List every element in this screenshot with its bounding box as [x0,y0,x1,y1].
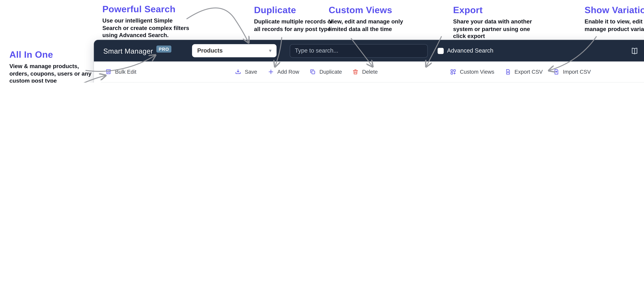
annotation-desc: View & manage products, orders, coupons,… [10,63,93,82]
annotation-duplicate: Duplicate Duplicate multiple records or … [254,5,334,33]
column-header-manage-stock[interactable]: Manage Stock [341,82,376,82]
trash-icon [352,68,359,75]
delete-button[interactable]: Delete [352,68,378,75]
app-header: Smart Manager PRO Products ▼ Type to sea… [94,40,644,62]
pro-badge: PRO [156,45,172,52]
annotation-custom-views: Custom Views View, edit and manage only … [329,5,411,33]
save-button[interactable]: Save [235,68,257,75]
column-header-category[interactable]: Category [458,82,505,82]
column-header-sale-price[interactable]: Sale Price [308,82,341,82]
annotation-show-variations: Show Variations Enable it to view, edit … [584,5,644,33]
docs-book-icon[interactable] [630,46,639,55]
annotation-title: Custom Views [329,5,411,16]
annotation-title: All In One [10,49,93,60]
select-all-cell [101,82,113,82]
save-label: Save [245,69,257,75]
annotation-desc: Enable it to view, edit and manage produ… [584,18,644,33]
column-header-sku[interactable]: SKU [228,82,278,82]
post-type-selected: Products [197,48,223,54]
add-row-label: Add Row [277,69,299,75]
custom-views-label: Custom Views [460,69,494,75]
annotation-title: Duplicate [254,5,334,16]
column-header-view[interactable]: View [640,82,644,82]
custom-views-button[interactable]: Custom Views [450,68,494,75]
duplicate-label: Duplicate [320,69,342,75]
search-input[interactable]: Type to search... [290,44,428,58]
column-header-featured-image[interactable]: Featured Image [134,82,168,82]
export-csv-label: Export CSV [514,69,543,75]
import-csv-label: Import CSV [563,69,591,75]
annotation-title: Export [453,5,542,16]
annotation-all-in-one: All In One View & manage products, order… [10,49,93,82]
column-header-tax-status[interactable]: Tax Status [557,82,586,82]
bulk-edit-button[interactable]: Bulk Edit [105,68,136,75]
column-header-stock[interactable]: Stock [376,82,396,82]
column-header-stock-status[interactable]: Stock Status [396,82,429,82]
page: Powerful Search Use our intelligent Simp… [0,0,644,82]
save-icon [235,68,242,75]
table-header-row: IDFeatured ImageNameSKURegular PriceSale… [101,82,644,82]
custom-views-icon [450,68,456,75]
delete-label: Delete [362,69,378,75]
bulk-edit-label: Bulk Edit [115,69,136,75]
bulk-edit-icon [105,68,112,75]
export-csv-icon [505,68,511,75]
post-type-dropdown[interactable]: Products ▼ [192,44,276,57]
annotation-title: Show Variations [584,5,644,16]
annotation-desc: View, edit and manage only limited data … [329,18,411,33]
column-header-attributes[interactable]: Attributes [505,82,557,82]
search-placeholder: Type to search... [295,48,338,54]
annotation-powerful-search: Powerful Search Use our intelligent Simp… [102,4,190,39]
plus-icon [268,68,274,75]
annotation-export: Export Share your data with another syst… [453,5,542,40]
import-csv-icon [553,68,560,75]
toolbar: Bulk Edit Save Add Row Duplicate Delete … [94,62,644,82]
column-header-name[interactable]: Name [168,82,228,82]
column-header-status[interactable]: Status [429,82,458,82]
chevron-down-icon: ▼ [268,48,272,53]
annotation-title: Powerful Search [102,4,190,14]
column-header-id[interactable]: ID [113,82,134,82]
smart-manager-window: Smart Manager PRO Products ▼ Type to sea… [94,40,644,82]
annotation-desc: Share your data with another system or p… [453,18,542,40]
advanced-search-checkbox[interactable] [438,48,444,54]
duplicate-button[interactable]: Duplicate [310,68,342,75]
app-title: Smart Manager [103,47,153,55]
annotation-desc: Duplicate multiple records or all record… [254,18,334,33]
duplicate-icon [310,68,316,75]
import-csv-button[interactable]: Import CSV [553,68,591,75]
annotation-desc: Use our intelligent Simple Search or cre… [102,18,190,40]
products-table: IDFeatured ImageNameSKURegular PriceSale… [94,82,644,82]
column-header-regular-price[interactable]: Regular Price [278,82,308,82]
advanced-search-label: Advanced Search [447,48,494,54]
column-header-product-type[interactable]: Product Type [586,82,619,82]
export-csv-button[interactable]: Export CSV [505,68,543,75]
column-header-edit[interactable]: Edit [619,82,640,82]
add-row-button[interactable]: Add Row [268,68,299,75]
